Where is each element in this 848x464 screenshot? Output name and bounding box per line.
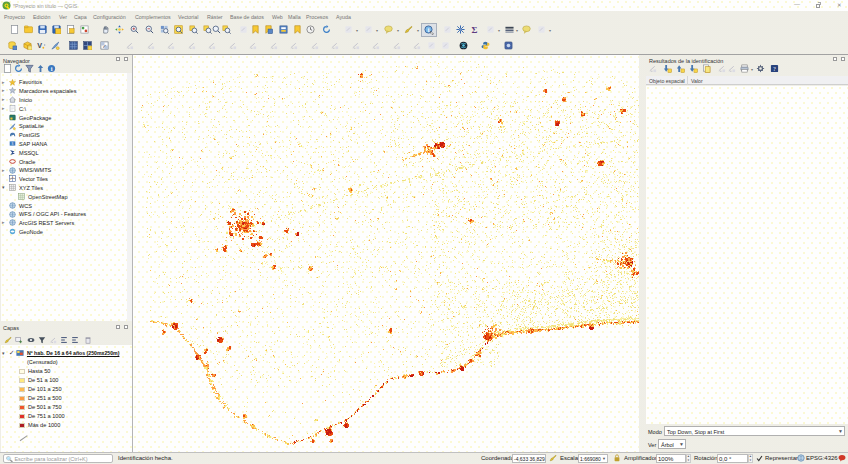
svg-text:i: i [51,65,53,72]
svg-text:V: V [37,41,42,50]
svg-text:S: S [12,142,14,146]
svg-text:✓: ✓ [102,43,107,49]
svg-text:Σ: Σ [472,25,478,34]
svg-text:?: ? [773,65,776,72]
